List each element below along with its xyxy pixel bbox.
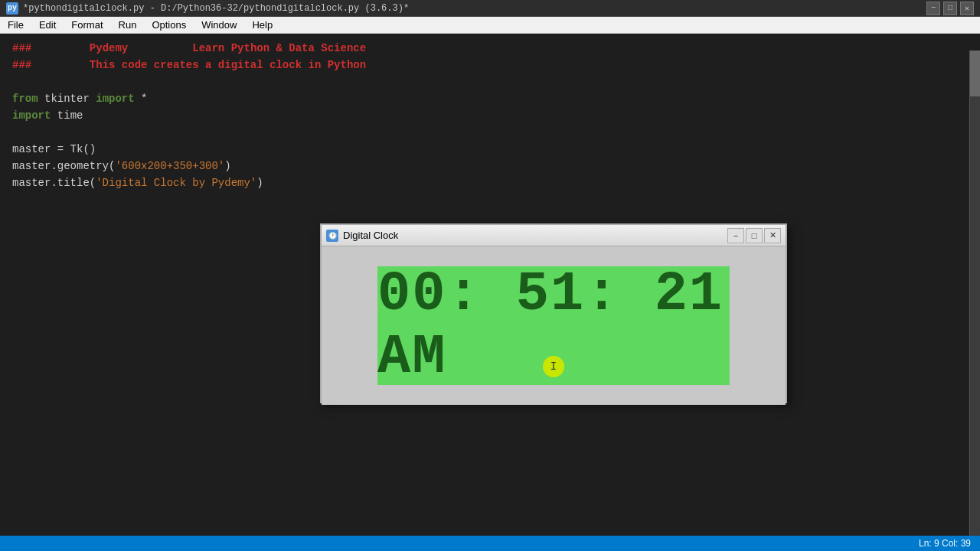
clock-window: 🕐 Digital Clock − □ ✕ 00: 51: 21 AM I [320,223,787,403]
menu-help[interactable]: Help [244,18,280,32]
cursor-indicator: I [543,356,564,377]
menu-window[interactable]: Window [194,18,244,32]
code-content: ### Pydemy Learn Python & Data Science #… [0,34,980,197]
menu-options[interactable]: Options [144,18,194,32]
title-bar-left: py *pythondigitalclock.py - D:/Python36-… [6,2,409,15]
menu-edit[interactable]: Edit [31,18,64,32]
app-icon: py [6,2,18,15]
code-line-4: from tkinter import * [12,90,968,107]
code-editor[interactable]: ### Pydemy Learn Python & Data Science #… [0,34,980,536]
menu-run[interactable]: Run [111,18,145,32]
code-line-7: master = Tk() [12,141,968,158]
clock-display: 00: 51: 21 AM I [377,266,730,385]
code-line-9: master.title('Digital Clock by Pydemy') [12,174,968,191]
scrollbar-thumb[interactable] [970,51,980,96]
menu-bar: File Edit Format Run Options Window Help [0,17,980,34]
code-line-8: master.geometry('600x200+350+300') [12,158,968,174]
code-line-3 [12,73,968,90]
maximize-button[interactable]: □ [943,2,957,15]
status-bar: Ln: 9 Col: 39 [0,536,980,551]
clock-maximize-button[interactable]: □ [746,228,763,243]
clock-title-left: 🕐 Digital Clock [326,230,398,242]
close-button[interactable]: ✕ [960,2,974,15]
clock-close-button[interactable]: ✕ [764,228,781,243]
code-line-2: ### This code creates a digital clock in… [12,57,968,73]
menu-file[interactable]: File [0,18,31,32]
window-title: *pythondigitalclock.py - D:/Python36-32/… [23,3,409,14]
clock-body: 00: 51: 21 AM I [322,246,786,405]
clock-window-controls[interactable]: − □ ✕ [727,228,781,243]
minimize-button[interactable]: − [926,2,940,15]
clock-window-title: Digital Clock [343,230,398,241]
clock-app-icon: 🕐 [326,230,338,242]
clock-minimize-button[interactable]: − [727,228,744,243]
code-line-1: ### Pydemy Learn Python & Data Science [12,40,968,57]
title-bar-controls[interactable]: − □ ✕ [926,2,974,15]
clock-title-bar: 🕐 Digital Clock − □ ✕ [322,225,786,246]
title-bar: py *pythondigitalclock.py - D:/Python36-… [0,0,980,17]
line-col-indicator: Ln: 9 Col: 39 [919,538,971,549]
menu-format[interactable]: Format [64,18,110,32]
code-line-6 [12,124,968,141]
code-line-5: import time [12,107,968,124]
scrollbar-right[interactable] [969,51,980,536]
